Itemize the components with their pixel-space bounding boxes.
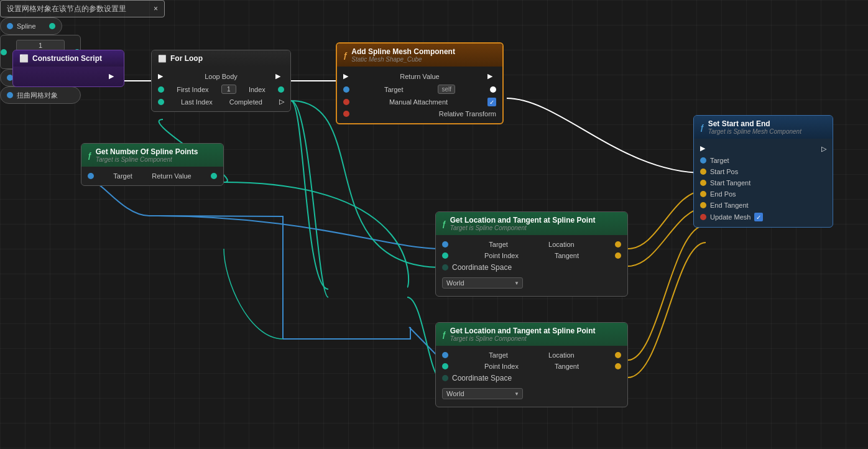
set-end-pos-label: End Pos [710,190,736,198]
add-spline-target-pin[interactable] [343,86,349,93]
construction-script-exec-out [13,70,124,83]
first-index-value[interactable]: 1 [221,85,236,94]
set-start-end-node: ƒ Set Start and End Target is Spline Mes… [693,115,833,228]
manual-attach-pin[interactable] [343,99,349,105]
get-loc1-target-row: Target Location [436,239,627,250]
target-self-badge: self [438,85,455,94]
get-loc1-point-pin[interactable] [442,252,448,259]
for-loop-node: ⬜ For Loop Loop Body First Index 1 Index… [151,50,291,112]
get-loc2-location-label: Location [548,351,575,359]
get-num-target-label: Target [113,172,132,180]
for-loop-last-index-row: Last Index Completed [152,96,290,108]
index-pin-out[interactable] [278,86,284,93]
for-loop-exec-in[interactable] [158,72,167,81]
get-loc1-coord-select[interactable]: World Local Component [442,277,523,289]
comment-close[interactable]: × [154,4,158,13]
for-loop-index-label: Index [249,86,265,93]
relative-transform-pin[interactable] [343,111,349,117]
first-index-pin-in[interactable] [158,86,164,93]
get-location-1-subtitle: Target is Spline Component [450,224,596,231]
get-loc1-dropdown-wrapper: World Local Component [442,277,523,289]
update-mesh-checkbox[interactable]: ✓ [754,213,763,221]
get-loc1-target-pin[interactable] [442,241,448,248]
set-update-mesh-pin[interactable] [700,214,706,220]
get-num-spline-subtitle: Target is Spline Component [96,156,198,163]
set-start-target-pin[interactable] [700,157,706,164]
add-spline-mesh-exec-row: Return Value [337,70,502,83]
spline-pill-1-pin[interactable] [7,23,13,29]
get-loc1-coord-label: Coordinate Space [452,263,512,272]
get-loc1-target-label: Target [489,241,508,248]
relative-transform-label: Relative Transform [439,110,496,118]
get-loc1-location-pin[interactable] [615,241,621,248]
comment-box: 设置网格对象在该节点的参数设置里 × [0,0,165,17]
for-loop-icon: ⬜ [158,55,167,63]
set-end-tangent-row: End Tangent [694,200,833,211]
set-start-exec-out[interactable] [821,145,826,153]
for-loop-first-index-label: First Index [177,86,208,93]
get-loc1-dropdown-row: World Local Component [436,275,627,292]
manual-attach-label: Manual Attachment [389,98,448,106]
for-loop-loop-body-label: Loop Body [205,73,238,80]
set-end-tangent-pin[interactable] [700,202,706,208]
manual-attach-checkbox[interactable]: ✓ [487,98,496,106]
spline-pill-1-out-pin[interactable] [49,23,55,29]
exec-out-arrow[interactable] [109,72,118,81]
for-loop-exec-row: Loop Body [152,70,290,83]
get-num-return-pin[interactable] [211,173,217,179]
get-loc1-point-row: Point Index Tangent [436,250,627,261]
add-spline-mesh-header: ƒ Add Spline Mesh Component Static Mesh … [337,44,502,67]
get-loc2-location-pin[interactable] [615,352,621,358]
return-value-pin[interactable] [490,86,496,93]
spline-pill-1: Spline [0,17,62,35]
get-num-target-pin[interactable] [88,173,94,179]
add-spline-mesh-subtitle: Static Mesh Shape_Cube [351,56,455,63]
minus-in-1[interactable] [1,49,7,55]
set-start-pos-pin[interactable] [700,169,706,175]
construction-script-node: ⬜ Construction Script [12,50,124,87]
completed-pin[interactable] [279,98,284,106]
get-loc2-dropdown-row: World Local Component [436,386,627,403]
for-loop-header: ⬜ For Loop [152,50,290,67]
get-loc2-coord-label: Coordinate Space [452,374,512,382]
get-loc2-dropdown-wrapper: World Local Component [442,388,523,399]
construction-script-title: Construction Script [32,54,102,63]
for-loop-title: For Loop [170,54,203,63]
for-loop-exec-out[interactable] [275,72,284,81]
get-loc2-target-label: Target [489,351,508,359]
set-start-end-header: ƒ Set Start and End Target is Spline Mes… [694,116,833,139]
get-loc2-coord-select[interactable]: World Local Component [442,388,523,399]
get-loc2-tangent-pin[interactable] [615,363,621,369]
get-loc2-coord-pin [442,375,448,381]
add-spline-mesh-node: ƒ Add Spline Mesh Component Static Mesh … [336,42,504,124]
add-spline-exec-in[interactable] [343,72,352,81]
last-index-pin-in[interactable] [158,99,164,105]
set-start-end-icon: ƒ [700,123,704,132]
set-end-pos-pin[interactable] [700,191,706,197]
set-start-end-subtitle: Target is Spline Mesh Component [708,128,801,135]
twist-mesh-pin[interactable] [7,92,13,98]
get-loc2-point-pin[interactable] [442,363,448,369]
set-end-pos-row: End Pos [694,188,833,200]
get-location-1-icon: ƒ [442,220,446,228]
set-start-exec-in[interactable] [700,144,709,153]
set-start-end-title: Set Start and End [708,119,801,128]
set-update-mesh-label: Update Mesh [710,213,750,221]
get-location-2-header: ƒ Get Location and Tangent at Spline Poi… [436,323,627,346]
add-spline-mesh-icon: ƒ [343,50,348,60]
get-loc1-point-label: Point Index [484,252,519,259]
add-spline-exec-out[interactable] [487,72,496,81]
construction-script-header: ⬜ Construction Script [13,50,124,67]
get-loc1-coord-row: Coordinate Space [436,261,627,275]
get-loc1-coord-pin [442,264,448,271]
set-update-mesh-row: Update Mesh ✓ [694,211,833,223]
add-spline-target-row: Target self [337,83,502,96]
add-spline-mesh-title: Add Spline Mesh Component [351,47,455,56]
get-loc2-target-row: Target Location [436,349,627,361]
get-loc2-point-label: Point Index [484,363,519,370]
get-loc2-target-pin[interactable] [442,352,448,358]
twist-mesh-pill: 扭曲网格对象 [0,86,81,104]
get-num-return-label: Return Value [152,172,191,180]
set-start-tangent-pin[interactable] [700,180,706,186]
get-loc1-tangent-pin[interactable] [615,252,621,259]
